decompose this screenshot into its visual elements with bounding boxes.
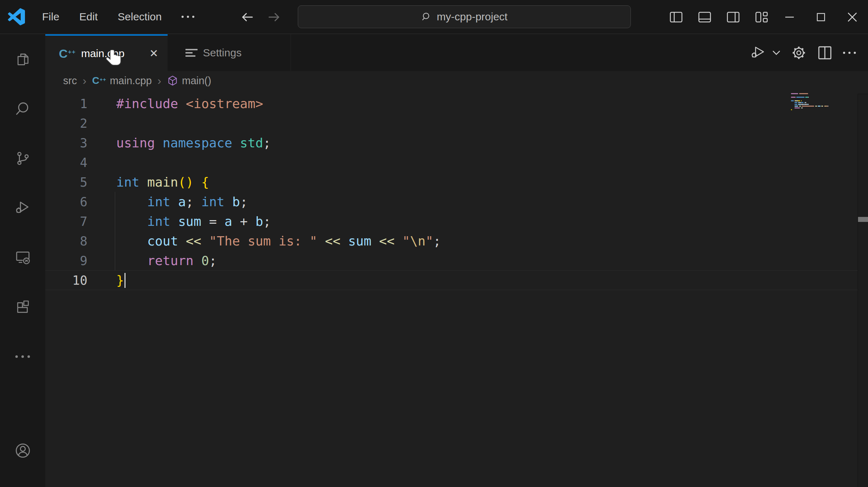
split-editor-icon[interactable]: [817, 45, 832, 60]
command-center-search[interactable]: my-cpp-project: [298, 5, 631, 28]
cpp-file-icon: C++: [92, 76, 106, 86]
editor-pane: src › C++ main.cpp › main() 1#include <i…: [45, 71, 868, 487]
code-line-5[interactable]: 5int main() {: [45, 172, 868, 192]
code-line-1[interactable]: 1#include <iostream>: [45, 94, 868, 113]
line-number: 3: [45, 136, 87, 150]
code-line-7[interactable]: 7 int sum = a + b;: [45, 212, 868, 231]
code-line-8[interactable]: 8 cout << "The sum is: " << sum << "\n";: [45, 231, 868, 251]
code-line-10[interactable]: 10}: [45, 270, 858, 290]
indent-guide: [115, 251, 115, 270]
layout-controls: [670, 0, 768, 34]
menu-edit[interactable]: Edit: [78, 9, 98, 25]
tab-bar: C++ main.cpp ✕ Settings: [45, 34, 868, 71]
symbol-method-icon: [167, 75, 178, 86]
menu-file[interactable]: File: [41, 9, 60, 25]
line-number: 6: [45, 195, 87, 209]
breadcrumb-separator-icon: ›: [83, 74, 87, 87]
tab-settings[interactable]: Settings: [168, 34, 291, 71]
line-number: 9: [45, 254, 87, 268]
line-number: 2: [45, 116, 87, 131]
line-number: 1: [45, 97, 87, 111]
open-settings-gear-icon[interactable]: [791, 45, 807, 61]
source-control-icon[interactable]: [0, 133, 45, 183]
additional-views-icon[interactable]: [0, 332, 45, 381]
history-nav: [240, 0, 282, 34]
more-actions-icon[interactable]: [843, 52, 856, 54]
line-number: 4: [45, 156, 87, 170]
remote-explorer-icon[interactable]: [0, 233, 45, 282]
title-bar: File Edit Selection my-cpp-project: [0, 0, 868, 34]
breadcrumb-separator-icon: ›: [158, 74, 162, 87]
toggle-secondary-sidebar-icon[interactable]: [727, 11, 740, 23]
search-sidebar-icon[interactable]: [0, 84, 45, 133]
tab-main-cpp[interactable]: C++ main.cpp ✕: [45, 34, 168, 71]
menu-selection[interactable]: Selection: [117, 9, 162, 25]
run-or-debug-icon[interactable]: [750, 45, 767, 61]
tab-label: Settings: [203, 47, 241, 59]
line-number: 7: [45, 214, 87, 229]
cpp-file-icon: C++: [59, 47, 76, 60]
scrollbar-thumb[interactable]: [858, 217, 868, 222]
indent-guide: [115, 192, 115, 212]
code-line-4[interactable]: 4: [45, 153, 868, 172]
menu-bar: File Edit Selection: [41, 9, 195, 25]
line-number: 5: [45, 175, 87, 189]
toggle-panel-icon[interactable]: [698, 11, 711, 23]
toggle-primary-sidebar-icon[interactable]: [670, 11, 683, 23]
breadcrumb-main-symbol[interactable]: main(): [167, 75, 211, 87]
window-controls: [774, 0, 868, 34]
breadcrumb-src[interactable]: src: [63, 75, 77, 87]
breadcrumb-main-cpp[interactable]: C++ main.cpp: [92, 75, 152, 87]
more-menus-icon[interactable]: [181, 14, 195, 20]
go-back-icon[interactable]: [240, 9, 255, 25]
minimize-button[interactable]: [774, 0, 805, 34]
vscode-window: File Edit Selection my-cpp-project: [0, 0, 868, 487]
editor-group: C++ main.cpp ✕ Settings: [45, 34, 868, 487]
search-value: my-cpp-project: [437, 11, 507, 23]
line-number: 8: [45, 234, 87, 248]
close-window-button[interactable]: [837, 0, 868, 34]
editor-scrollbar[interactable]: [858, 94, 868, 487]
search-icon: [421, 11, 432, 22]
indent-guide: [115, 231, 115, 251]
breadcrumb: src › C++ main.cpp › main(): [45, 71, 868, 90]
activity-bar: [0, 34, 45, 487]
text-cursor: [124, 273, 126, 288]
minimap[interactable]: [791, 93, 834, 111]
code-editor[interactable]: 1#include <iostream>23using namespace st…: [45, 90, 868, 290]
editor-actions: [750, 34, 856, 71]
indent-guide: [115, 212, 115, 231]
code-line-3[interactable]: 3using namespace std;: [45, 133, 868, 153]
line-number: 10: [45, 273, 87, 288]
code-line-9[interactable]: 9 return 0;: [45, 251, 868, 270]
customize-layout-icon[interactable]: [755, 11, 768, 23]
extensions-icon[interactable]: [0, 282, 45, 332]
explorer-icon[interactable]: [0, 34, 45, 84]
run-debug-icon[interactable]: [0, 183, 45, 233]
code-line-6[interactable]: 6 int a; int b;: [45, 192, 868, 212]
settings-file-icon: [185, 49, 198, 57]
tab-label: main.cpp: [81, 47, 124, 60]
close-tab-icon[interactable]: ✕: [147, 46, 161, 61]
go-forward-icon[interactable]: [266, 9, 282, 25]
run-dropdown-chevron-icon[interactable]: [772, 50, 780, 55]
account-icon[interactable]: [0, 426, 45, 475]
code-line-2[interactable]: 2: [45, 113, 868, 133]
maximize-button[interactable]: [805, 0, 837, 34]
vscode-logo-icon: [8, 8, 25, 25]
